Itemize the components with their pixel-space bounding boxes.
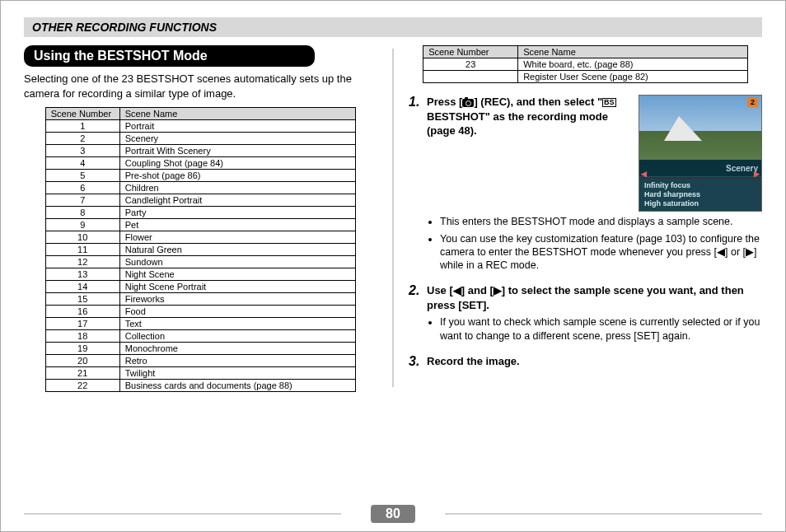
cell-scene-name: Retro (119, 355, 356, 367)
cell-scene-name: Portrait (119, 120, 356, 133)
mountain-icon (664, 116, 702, 141)
cell-scene-name: Pre-shot (page 86) (119, 170, 356, 182)
scenes-table-left: Scene Number Scene Name 1Portrait2Scener… (45, 107, 357, 392)
column-divider (392, 49, 394, 387)
step-1: 1. Press [] (REC), and then select "BS B… (409, 95, 762, 275)
section-intro: Selecting one of the 23 BESTSHOT scenes … (24, 72, 377, 100)
cell-scene-number: 8 (45, 207, 119, 219)
table-row: 21Twilight (45, 367, 356, 380)
section-header: OTHER RECORDING FUNCTIONS (24, 17, 762, 37)
bullet: This enters the BESTSHOT mode and displa… (440, 215, 762, 228)
sample-scene-screenshot: 2 Scenery ◀▶ Infinity focus Hard sharpne… (639, 95, 762, 212)
table-row: 18Collection (45, 330, 356, 343)
cell-scene-name: Text (119, 318, 356, 330)
table-row: 20Retro (45, 355, 356, 367)
cell-scene-number: 11 (45, 244, 119, 256)
cell-scene-number (423, 71, 518, 83)
cell-scene-number: 4 (45, 157, 119, 170)
cell-scene-name: Night Scene (119, 268, 356, 281)
cell-scene-name: Collection (119, 330, 356, 343)
header-title: OTHER RECORDING FUNCTIONS (32, 21, 217, 34)
table-row: 7Candlelight Portrait (45, 194, 356, 207)
step-3: 3. Record the image. (409, 354, 762, 369)
right-column: Scene Number Scene Name 23White board, e… (409, 45, 762, 392)
thumb-right-arrow-icon: ▶ (754, 169, 760, 179)
table-row: 23White board, etc. (page 88) (423, 58, 748, 71)
cell-scene-number: 20 (45, 355, 119, 367)
bullet: If you want to check which sample scene … (440, 315, 762, 343)
table-row: 22Business cards and documents (page 88) (45, 380, 356, 392)
camera-icon (462, 99, 474, 107)
thumb-image: 2 (639, 96, 761, 161)
table-row: 13Night Scene (45, 268, 356, 281)
table-row: 11Natural Green (45, 244, 356, 256)
cell-scene-number: 3 (45, 145, 119, 157)
cell-scene-number: 5 (45, 170, 119, 182)
table-row: 9Pet (45, 219, 356, 231)
cell-scene-name: Portrait With Scenery (119, 145, 356, 157)
table-row: 15Fireworks (45, 293, 356, 306)
steps-list: 1. Press [] (REC), and then select "BS B… (409, 95, 762, 369)
table-row: 14Night Scene Portrait (45, 281, 356, 293)
col-scene-number: Scene Number (45, 108, 119, 120)
scenes-table-right: Scene Number Scene Name 23White board, e… (423, 45, 748, 83)
table-row: 17Text (45, 318, 356, 330)
table-row: 2Scenery (45, 133, 356, 145)
cell-scene-name: Monochrome (119, 343, 356, 355)
cell-scene-name: Night Scene Portrait (119, 281, 356, 293)
cell-scene-name: Coupling Shot (page 84) (119, 157, 356, 170)
col-scene-name: Scene Name (518, 46, 748, 58)
step-number: 3. (409, 354, 427, 369)
table-row: Register User Scene (page 82) (423, 71, 748, 83)
cell-scene-number: 13 (45, 268, 119, 281)
cell-scene-number: 21 (45, 367, 119, 380)
step-2-title: Use [◀] and [▶] to select the sample sce… (427, 283, 762, 312)
table-row: 19Monochrome (45, 343, 356, 355)
table-row: 3Portrait With Scenery (45, 145, 356, 157)
thumb-left-arrow-icon: ◀ (641, 169, 647, 179)
cell-scene-number: 10 (45, 231, 119, 244)
cell-scene-number: 12 (45, 256, 119, 268)
footer-line-right (445, 513, 762, 515)
section-title: Using the BESTSHOT Mode (24, 45, 315, 67)
step-number: 2. (409, 283, 427, 346)
table-row: 16Food (45, 306, 356, 318)
step-2-bullets: If you want to check which sample scene … (440, 315, 762, 343)
cell-scene-number: 15 (45, 293, 119, 306)
cell-scene-name: Food (119, 306, 356, 318)
thumb-scene-number: 2 (747, 97, 758, 107)
step-3-title: Record the image. (427, 354, 762, 369)
table-row: 1Portrait (45, 120, 356, 133)
page-footer: 80 (1, 505, 785, 523)
col-scene-number: Scene Number (423, 46, 518, 58)
footer-line-left (24, 513, 341, 515)
cell-scene-name: Fireworks (119, 293, 356, 306)
cell-scene-name: White board, etc. (page 88) (518, 58, 748, 71)
bs-icon: BS (602, 98, 616, 107)
cell-scene-name: Business cards and documents (page 88) (119, 380, 356, 392)
table-row: 12Sundown (45, 256, 356, 268)
cell-scene-name: Scenery (119, 133, 356, 145)
page-number: 80 (371, 505, 415, 523)
left-column: Using the BESTSHOT Mode Selecting one of… (24, 45, 377, 392)
cell-scene-number: 6 (45, 182, 119, 194)
cell-scene-number: 16 (45, 306, 119, 318)
cell-scene-name: Register User Scene (page 82) (518, 71, 748, 83)
cell-scene-number: 19 (45, 343, 119, 355)
cell-scene-number: 18 (45, 330, 119, 343)
bullet: You can use the key customization featur… (440, 232, 762, 273)
cell-scene-number: 7 (45, 194, 119, 207)
table-row: 10Flower (45, 231, 356, 244)
cell-scene-number: 23 (423, 58, 518, 71)
table-row: 4Coupling Shot (page 84) (45, 157, 356, 170)
content-columns: Using the BESTSHOT Mode Selecting one of… (24, 45, 762, 392)
cell-scene-name: Party (119, 207, 356, 219)
col-scene-name: Scene Name (119, 108, 356, 120)
step-2: 2. Use [◀] and [▶] to select the sample … (409, 283, 762, 346)
thumb-description: Infinity focus Hard sharpness High satur… (639, 179, 761, 212)
table-row: 8Party (45, 207, 356, 219)
cell-scene-name: Flower (119, 231, 356, 244)
step-number: 1. (409, 95, 427, 275)
cell-scene-number: 2 (45, 133, 119, 145)
cell-scene-name: Children (119, 182, 356, 194)
